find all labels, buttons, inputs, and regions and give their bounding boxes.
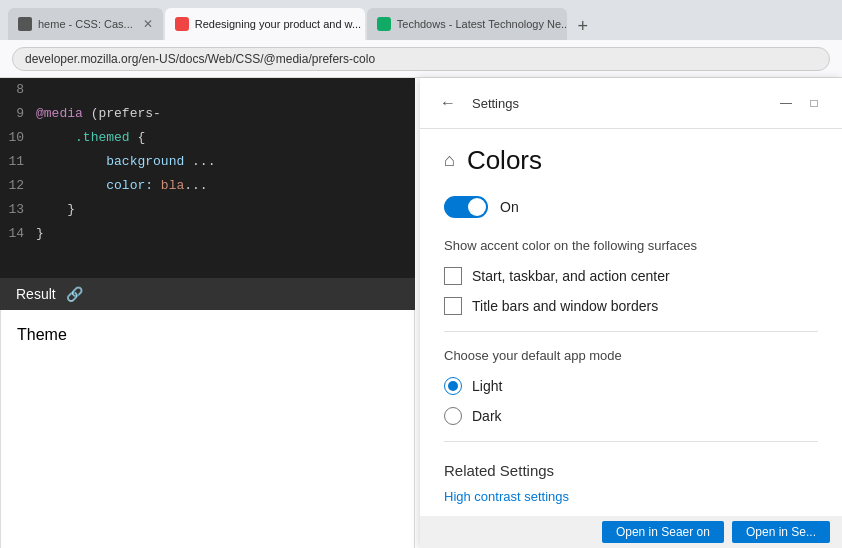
tab-techdows[interactable]: Techdows - Latest Technology Ne... ✕: [367, 8, 567, 40]
related-settings-title: Related Settings: [444, 462, 818, 479]
radio-dark-row: Dark: [444, 407, 818, 425]
code-line-10: 10 .themed {: [0, 126, 415, 150]
radio-dark-label: Dark: [472, 408, 502, 424]
code-line-8: 8: [0, 78, 415, 102]
code-line-13: 13 }: [0, 198, 415, 222]
result-bar: Result 🔗: [0, 278, 415, 310]
theme-area: Theme: [0, 310, 415, 548]
code-line-14: 14 }: [0, 222, 415, 246]
radio-dark[interactable]: [444, 407, 462, 425]
tab1-favicon: [18, 17, 32, 31]
settings-body: ⌂ Colors On Show accent color on the fol…: [420, 129, 842, 548]
address-bar[interactable]: developer.mozilla.org/en-US/docs/Web/CSS…: [12, 47, 830, 71]
settings-win-controls: — □: [774, 91, 826, 115]
new-tab-button[interactable]: +: [569, 12, 597, 40]
link-icon: 🔗: [66, 286, 83, 302]
settings-titlebar: ← Settings — □: [420, 78, 842, 129]
taskbar-checkbox[interactable]: [444, 267, 462, 285]
tab2-favicon: [175, 17, 189, 31]
high-contrast-link[interactable]: High contrast settings: [444, 489, 569, 504]
tab-bar: heme - CSS: Cas... ✕ Redesigning your pr…: [8, 0, 834, 40]
settings-page-header: ⌂ Colors: [444, 145, 818, 176]
titlebar-checkbox[interactable]: [444, 297, 462, 315]
settings-panel: ← Settings — □ ⌂ Colors On Show accent: [420, 78, 842, 548]
result-section: Result 🔗 Theme: [0, 278, 415, 548]
win-minimize-button[interactable]: —: [774, 91, 798, 115]
bottom-bar: Open in Seaer on Open in Se...: [420, 516, 842, 548]
app-mode-label: Choose your default app mode: [444, 348, 818, 363]
tab2-label: Redesigning your product and w...: [195, 18, 361, 30]
toggle-row: On: [444, 196, 818, 218]
checkbox-taskbar-row: Start, taskbar, and action center: [444, 267, 818, 285]
checkbox-titlebar-row: Title bars and window borders: [444, 297, 818, 315]
divider1: [444, 331, 818, 332]
accent-section-label: Show accent color on the following surfa…: [444, 238, 818, 253]
code-line-9: 9 @media (prefers-: [0, 102, 415, 126]
taskbar-label: Start, taskbar, and action center: [472, 268, 670, 284]
tab1-label: heme - CSS: Cas...: [38, 18, 133, 30]
radio-light-row: Light: [444, 377, 818, 395]
browser-chrome: heme - CSS: Cas... ✕ Redesigning your pr…: [0, 0, 842, 40]
home-icon: ⌂: [444, 150, 455, 171]
code-line-11: 11 background ...: [0, 150, 415, 174]
settings-back-button[interactable]: ←: [436, 90, 460, 116]
settings-title: Settings: [472, 96, 762, 111]
win-maximize-button[interactable]: □: [802, 91, 826, 115]
radio-light-inner: [448, 381, 458, 391]
tab-css-cascade[interactable]: heme - CSS: Cas... ✕: [8, 8, 163, 40]
tab-redesigning[interactable]: Redesigning your product and w... ✕: [165, 8, 365, 40]
code-line-12: 12 color: bla...: [0, 174, 415, 198]
toggle-thumb: [468, 198, 486, 216]
on-toggle[interactable]: [444, 196, 488, 218]
tab3-label: Techdows - Latest Technology Ne...: [397, 18, 567, 30]
result-label: Result: [16, 286, 56, 302]
theme-label: Theme: [17, 326, 67, 343]
open-in-se-button[interactable]: Open in Se...: [732, 521, 830, 543]
toggle-label: On: [500, 199, 519, 215]
radio-light[interactable]: [444, 377, 462, 395]
tab1-close[interactable]: ✕: [143, 17, 153, 31]
tab3-favicon: [377, 17, 391, 31]
divider2: [444, 441, 818, 442]
radio-light-label: Light: [472, 378, 502, 394]
open-in-seaer-button[interactable]: Open in Seaer on: [602, 521, 724, 543]
titlebar-label: Title bars and window borders: [472, 298, 658, 314]
content-area: 8 9 @media (prefers- 10 .themed { 11 b: [0, 78, 842, 548]
address-bar-row: developer.mozilla.org/en-US/docs/Web/CSS…: [0, 40, 842, 78]
settings-page-title: Colors: [467, 145, 542, 176]
